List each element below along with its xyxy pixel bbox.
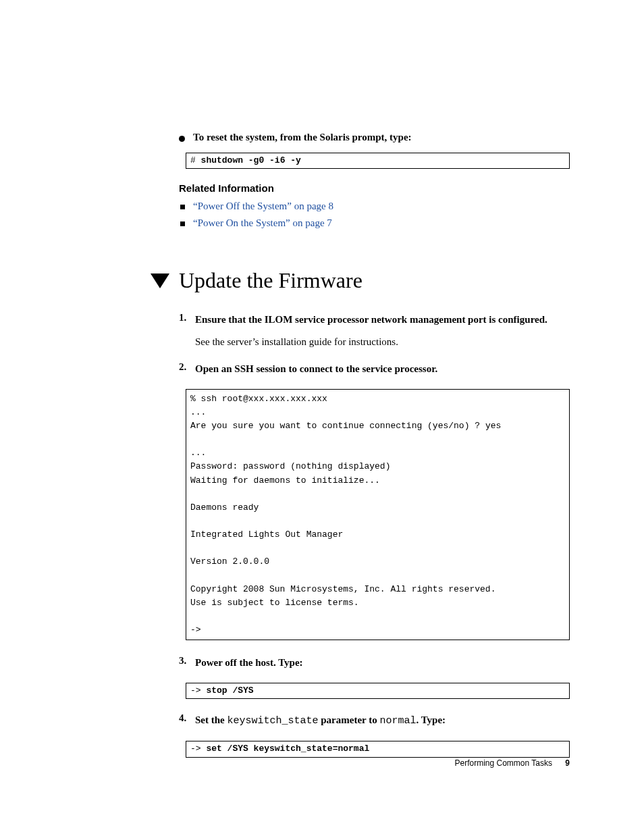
step-number: 3. — [179, 655, 191, 671]
page-footer: Performing Common Tasks 9 — [454, 758, 570, 768]
code-line: Are you sure you want to continue connec… — [190, 421, 485, 431]
intro-bullet-item: To reset the system, from the Solaris pr… — [179, 132, 570, 143]
square-bullet-icon — [180, 205, 185, 209]
code-prompt: -> — [190, 744, 206, 754]
code-command: yes — [485, 421, 501, 431]
code-line: Password: — [190, 461, 243, 471]
step-subtext: See the server’s installation guide for … — [195, 334, 570, 350]
inline-code: normal — [379, 715, 416, 727]
step-text: Set the keyswitch_state parameter to nor… — [195, 712, 570, 729]
footer-text: Performing Common Tasks — [454, 758, 552, 768]
step-block: 2. Open an SSH session to connect to the… — [179, 361, 570, 377]
step-text-fragment: . Type: — [416, 714, 446, 725]
code-box-ssh: % ssh root@xxx.xxx.xxx.xxx ... Are you s… — [186, 389, 570, 641]
code-line: ... — [190, 407, 206, 417]
step-text: Open an SSH session to connect to the se… — [195, 361, 570, 377]
code-prompt: -> — [190, 685, 206, 696]
step-number: 2. — [179, 361, 191, 377]
step-text-fragment: parameter to — [319, 714, 380, 725]
related-item: “Power On the System” on page 7 — [180, 217, 570, 229]
code-line: -> — [190, 625, 201, 635]
step-block: 3. Power off the host. Type: — [179, 655, 570, 671]
step-text: Power off the host. Type: — [195, 655, 570, 671]
code-line: Waiting for daemons to initialize... — [190, 475, 380, 486]
code-italic: password (nothing displayed) — [243, 461, 390, 471]
page-number: 9 — [565, 758, 570, 768]
procedure-steps: 1. Ensure that the ILOM service processo… — [179, 312, 570, 757]
code-line: Integrated Lights Out Manager — [190, 529, 343, 540]
code-prompt: % — [190, 394, 201, 404]
step-block: 1. Ensure that the ILOM service processo… — [179, 312, 570, 349]
code-command: ssh — [201, 394, 217, 404]
code-italic: root@xxx.xxx.xxx.xxx — [217, 394, 327, 404]
code-command: stop /SYS — [206, 685, 253, 696]
step-text-fragment: Set the — [195, 714, 227, 725]
related-link[interactable]: “Power On the System” on page 7 — [193, 217, 332, 229]
code-command: set /SYS keyswitch_state=normal — [206, 744, 369, 754]
code-line: Version 2.0.0.0 — [190, 556, 269, 567]
related-link[interactable]: “Power Off the System” on page 8 — [193, 201, 333, 212]
code-line: Use is subject to license terms. — [190, 598, 359, 608]
code-line: Copyright 2008 Sun Microsystems, Inc. Al… — [190, 584, 495, 594]
code-box-stop: -> stop /SYS — [186, 683, 570, 699]
code-prompt: # — [190, 155, 201, 165]
step-number: 1. — [179, 312, 191, 349]
related-item: “Power Off the System” on page 8 — [180, 201, 570, 212]
step-block: 4. Set the keyswitch_state parameter to … — [179, 712, 570, 729]
code-box-shutdown: # shutdown -g0 -i6 -y — [186, 153, 570, 169]
inline-code: keyswitch_state — [227, 715, 319, 727]
section-heading: Update the Firmware — [179, 268, 363, 293]
square-bullet-icon — [180, 221, 185, 226]
bullet-icon — [179, 136, 185, 142]
related-info-heading: Related Information — [179, 182, 570, 194]
code-line: ... — [190, 448, 206, 458]
step-text: Ensure that the ILOM service processor n… — [195, 312, 570, 328]
code-command: shutdown -g0 -i6 -y — [201, 155, 301, 165]
related-info-list: “Power Off the System” on page 8 “Power … — [180, 201, 570, 229]
code-line: Daemons ready — [190, 502, 259, 513]
step-number: 4. — [179, 712, 191, 729]
section-heading-row: Update the Firmware — [151, 268, 570, 293]
code-box-set: -> set /SYS keyswitch_state=normal — [186, 741, 570, 757]
triangle-down-icon — [151, 273, 169, 288]
intro-bullet-text: To reset the system, from the Solaris pr… — [193, 132, 412, 143]
